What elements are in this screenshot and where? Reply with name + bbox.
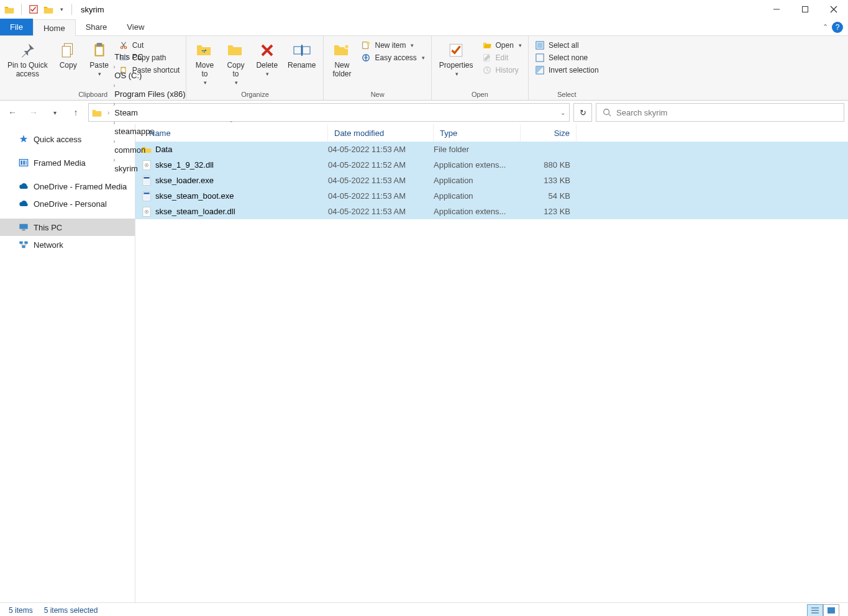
table-row[interactable]: skse_loader.exe04-05-2022 11:53 AMApplic… bbox=[135, 173, 848, 188]
breadcrumb-segment[interactable]: OS (C:) bbox=[112, 71, 188, 80]
svg-point-24 bbox=[365, 55, 367, 57]
rename-icon bbox=[293, 41, 311, 60]
sort-indicator-icon: ˄ bbox=[230, 120, 233, 127]
edit-icon bbox=[482, 53, 492, 63]
minimize-button[interactable] bbox=[762, 0, 791, 19]
group-label-new: New bbox=[327, 89, 427, 100]
forward-button[interactable]: → bbox=[25, 104, 42, 121]
svg-rect-37 bbox=[25, 161, 26, 165]
rename-label: Rename bbox=[288, 61, 316, 70]
delete-label: Delete bbox=[256, 61, 278, 70]
invert-selection-button[interactable]: Invert selection bbox=[532, 65, 601, 76]
sidebar-item[interactable]: This PC bbox=[0, 219, 135, 236]
select-none-button[interactable]: Select none bbox=[532, 52, 601, 63]
folder-icon[interactable] bbox=[43, 4, 54, 15]
chevron-right-icon[interactable]: › bbox=[112, 138, 116, 145]
file-type: File folder bbox=[434, 145, 521, 154]
paste-icon bbox=[90, 41, 109, 60]
move-to-button[interactable]: Move to▾ bbox=[190, 40, 219, 87]
select-none-label: Select none bbox=[549, 53, 588, 62]
search-box[interactable] bbox=[596, 103, 844, 122]
maximize-button[interactable] bbox=[791, 0, 819, 19]
new-item-button[interactable]: New item▾ bbox=[358, 40, 427, 51]
svg-rect-16 bbox=[294, 47, 301, 54]
back-button[interactable]: ← bbox=[4, 104, 21, 121]
history-button[interactable]: History bbox=[480, 65, 524, 76]
tab-home[interactable]: Home bbox=[33, 19, 76, 36]
help-icon[interactable]: ? bbox=[832, 22, 843, 33]
rename-button[interactable]: Rename bbox=[284, 40, 319, 71]
ribbon-tabs: File Home Share View ⌃ ? bbox=[0, 19, 848, 36]
collapse-ribbon-icon[interactable]: ⌃ bbox=[823, 23, 828, 31]
chevron-right-icon[interactable]: › bbox=[112, 156, 116, 163]
status-selected-count: 5 items selected bbox=[44, 606, 98, 615]
file-size: 123 KB bbox=[521, 207, 577, 216]
table-row[interactable]: Data04-05-2022 11:53 AMFile folder bbox=[135, 142, 848, 157]
breadcrumb-segment[interactable]: This PC bbox=[112, 52, 188, 61]
sidebar-item[interactable]: OneDrive - Framed Media bbox=[0, 178, 135, 195]
svg-rect-39 bbox=[22, 229, 25, 230]
exe-icon bbox=[142, 191, 152, 201]
column-size[interactable]: Size bbox=[521, 124, 577, 142]
file-size: 54 KB bbox=[521, 191, 577, 201]
search-input[interactable] bbox=[616, 108, 844, 117]
large-icons-view-button[interactable] bbox=[823, 604, 839, 617]
network-icon bbox=[19, 240, 29, 250]
breadcrumb-dropdown-icon[interactable]: ⌄ bbox=[560, 109, 565, 116]
breadcrumb-segment[interactable]: Steam bbox=[112, 108, 188, 117]
column-name[interactable]: Name˄ bbox=[135, 124, 328, 142]
select-all-button[interactable]: Select all bbox=[532, 40, 601, 51]
details-view-button[interactable] bbox=[807, 604, 823, 617]
qat-dropdown-icon[interactable]: ▾ bbox=[58, 4, 65, 15]
chevron-right-icon[interactable]: › bbox=[112, 101, 116, 107]
cut-button[interactable]: Cut bbox=[116, 40, 183, 51]
svg-rect-47 bbox=[144, 177, 149, 179]
open-button[interactable]: Open▾ bbox=[480, 40, 524, 51]
properties-button[interactable]: Properties▾ bbox=[435, 40, 477, 78]
tab-file[interactable]: File bbox=[0, 19, 33, 35]
new-folder-button[interactable]: New folder bbox=[327, 40, 356, 79]
group-label-open: Open bbox=[435, 89, 524, 100]
chevron-right-icon[interactable]: › bbox=[106, 109, 111, 116]
copy-button[interactable]: Copy bbox=[54, 40, 83, 71]
svg-rect-51 bbox=[144, 195, 149, 200]
breadcrumb-segment[interactable]: skyrim bbox=[112, 164, 188, 173]
media-icon bbox=[19, 158, 29, 168]
up-button[interactable]: ↑ bbox=[67, 104, 84, 121]
nav-bar: ← → ▾ ↑ › This PC›OS (C:)›Program Files … bbox=[0, 101, 848, 124]
svg-line-33 bbox=[609, 114, 611, 117]
refresh-button[interactable]: ↻ bbox=[573, 103, 592, 122]
easy-access-button[interactable]: Easy access▾ bbox=[358, 52, 427, 63]
table-row[interactable]: skse_steam_loader.dll04-05-2022 11:53 AM… bbox=[135, 204, 848, 219]
properties-icon bbox=[447, 41, 465, 60]
edit-button[interactable]: Edit bbox=[480, 52, 524, 63]
status-bar: 5 items 5 items selected bbox=[0, 602, 848, 616]
recent-locations-button[interactable]: ▾ bbox=[46, 104, 63, 121]
tab-view[interactable]: View bbox=[117, 19, 154, 35]
cut-label: Cut bbox=[132, 41, 144, 50]
copy-to-button[interactable]: Copy to▾ bbox=[221, 40, 250, 87]
chevron-right-icon[interactable]: › bbox=[112, 119, 116, 126]
paste-button[interactable]: Paste ▾ bbox=[85, 40, 114, 78]
column-type[interactable]: Type bbox=[434, 124, 521, 142]
svg-rect-8 bbox=[96, 43, 102, 46]
sidebar: Quick accessFramed MediaOneDrive - Frame… bbox=[0, 124, 135, 602]
delete-button[interactable]: Delete▾ bbox=[252, 40, 281, 78]
close-button[interactable] bbox=[819, 0, 848, 19]
chevron-right-icon[interactable]: › bbox=[112, 82, 116, 89]
sidebar-item[interactable]: OneDrive - Personal bbox=[0, 195, 135, 212]
file-date: 04-05-2022 11:53 AM bbox=[328, 207, 434, 216]
svg-rect-38 bbox=[19, 224, 27, 229]
tab-share[interactable]: Share bbox=[76, 19, 117, 35]
table-row[interactable]: skse_steam_boot.exe04-05-2022 11:53 AMAp… bbox=[135, 188, 848, 204]
pin-quick-access-button[interactable]: Pin to Quick access bbox=[4, 40, 52, 79]
breadcrumb[interactable]: › This PC›OS (C:)›Program Files (x86)›St… bbox=[88, 103, 570, 122]
breadcrumb-segment[interactable]: Program Files (x86) bbox=[112, 89, 188, 99]
checkbox-icon[interactable] bbox=[28, 4, 39, 15]
breadcrumb-segment[interactable]: common bbox=[112, 145, 188, 155]
sidebar-item[interactable]: Network bbox=[0, 236, 135, 253]
new-item-icon bbox=[361, 40, 371, 50]
table-row[interactable]: skse_1_9_32.dll04-05-2022 11:52 AMApplic… bbox=[135, 157, 848, 173]
column-date[interactable]: Date modified bbox=[328, 124, 434, 142]
chevron-right-icon[interactable]: › bbox=[112, 63, 116, 70]
